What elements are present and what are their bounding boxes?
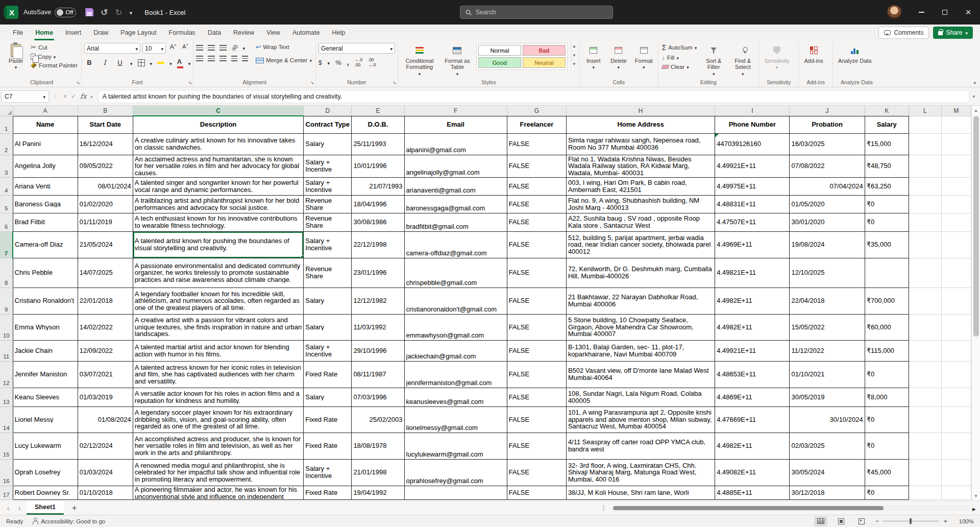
cell-L15[interactable] <box>909 433 941 459</box>
cell-style-neutral[interactable]: Neutral <box>523 57 566 68</box>
cell-K9[interactable]: ₹700,000 <box>865 288 909 314</box>
cell-M7[interactable] <box>941 231 971 258</box>
cell-F15[interactable]: lucylukewarm@gmail.com <box>404 433 507 459</box>
cell-K4[interactable]: ₹63,250 <box>865 177 909 195</box>
collapse-ribbon-icon[interactable] <box>973 80 976 85</box>
tab-file[interactable]: File <box>7 25 29 40</box>
share-button[interactable]: Share <box>933 27 973 39</box>
cell-D1[interactable]: Contract Type <box>304 116 352 133</box>
cell-I14[interactable]: 4.47669E+11 <box>715 406 790 433</box>
format-painter-button[interactable]: Format Painter <box>30 62 79 69</box>
cell-L3[interactable] <box>909 155 941 177</box>
cell-B14[interactable]: 01/08/2024 <box>78 406 133 433</box>
cell-H15[interactable]: 4/11 Seaspray off carter road OPP YMCA c… <box>566 433 715 459</box>
cell-L12[interactable] <box>909 361 941 388</box>
vertical-scroll-thumb[interactable] <box>973 116 979 337</box>
comments-button[interactable]: Comments <box>878 27 929 39</box>
cell-A13[interactable]: Keanu Sleeves <box>13 388 78 406</box>
cell-J13[interactable]: 30/05/2019 <box>790 388 865 406</box>
cell-B16[interactable]: 01/03/2024 <box>78 459 133 486</box>
chevron-down-icon[interactable] <box>150 58 153 67</box>
font-dialog-launcher[interactable] <box>188 80 192 85</box>
cell-A12[interactable]: Jennifer Maniston <box>13 361 78 388</box>
horizontal-scrollbar[interactable] <box>612 505 969 511</box>
gallery-down-icon[interactable]: ▼ <box>572 53 576 58</box>
cell-M16[interactable] <box>941 459 971 486</box>
cell-F6[interactable]: bradfitbit@gmail.com <box>404 213 507 231</box>
cell-M9[interactable] <box>941 288 971 314</box>
cell-G16[interactable]: FALSE <box>507 459 566 486</box>
format-as-table-button[interactable]: Format as Table <box>441 43 474 78</box>
cell-M13[interactable] <box>941 388 971 406</box>
column-header-A[interactable]: A <box>13 106 78 116</box>
cell-D14[interactable]: Fixed Rate <box>304 406 352 433</box>
cell-I4[interactable]: 4.49975E+11 <box>715 177 790 195</box>
cell-A15[interactable]: Lucy Lukewarm <box>13 433 78 459</box>
column-header-H[interactable]: H <box>566 106 715 116</box>
autosave-toggle[interactable]: AutoSave Off <box>23 8 76 17</box>
cell-B5[interactable]: 01/02/2020 <box>78 195 133 213</box>
cell-F10[interactable]: emmawhyson@gmail.com <box>404 314 507 340</box>
cell-L4[interactable] <box>909 177 941 195</box>
cell-A5[interactable]: Baroness Gaga <box>13 195 78 213</box>
copy-button[interactable]: Copy <box>30 53 79 60</box>
cell-K12[interactable]: ₹0 <box>865 361 909 388</box>
cell-B9[interactable]: 22/01/2018 <box>78 288 133 314</box>
cell-I11[interactable]: 4.49921E+11 <box>715 340 790 361</box>
cell-C9[interactable]: A legendary footballer known for his inc… <box>133 288 303 314</box>
cell-B11[interactable]: 12/09/2022 <box>78 340 133 361</box>
cell-D9[interactable]: Salary <box>304 288 352 314</box>
percent-style-icon[interactable] <box>335 58 341 67</box>
cell-J15[interactable]: 02/03/2025 <box>790 433 865 459</box>
cell-B1[interactable]: Start Date <box>78 116 133 133</box>
cell-C7[interactable]: A talented artist known for pushing the … <box>133 231 303 258</box>
tab-page-layout[interactable]: Page Layout <box>115 25 162 40</box>
cell-H12[interactable]: B502 Vasant view, off D'monte lane Malad… <box>566 361 715 388</box>
user-avatar[interactable] <box>887 5 901 19</box>
cell-A8[interactable]: Chris Pebble <box>13 258 78 288</box>
cell-H17[interactable]: 38/JJ, M Koli House, Shri ram lane, Worl… <box>566 486 715 499</box>
italic-button[interactable]: I <box>100 59 110 66</box>
sensitivity-button[interactable]: Sensitivity <box>762 43 792 71</box>
cell-I8[interactable]: 4.49821E+11 <box>715 258 790 288</box>
cell-J14[interactable]: 30/10/2024 <box>790 406 865 433</box>
tab-review[interactable]: Review <box>228 25 260 40</box>
chevron-down-icon[interactable] <box>130 58 133 67</box>
cell-B7[interactable]: 21/05/2024 <box>78 231 133 258</box>
cell-E11[interactable]: 29/10/1996 <box>352 340 404 361</box>
new-sheet-button[interactable]: + <box>67 504 82 513</box>
cell-M17[interactable] <box>941 486 971 499</box>
cell-F3[interactable]: angelinajolly@gmail.com <box>404 155 507 177</box>
row-header-7[interactable]: 7 <box>0 231 13 258</box>
cell-A14[interactable]: Lionel Messy <box>13 406 78 433</box>
cell-L6[interactable] <box>909 213 941 231</box>
cell-M4[interactable] <box>941 177 971 195</box>
row-header-15[interactable]: 15 <box>0 433 13 459</box>
cell-I2[interactable]: 447039126160 <box>715 133 790 155</box>
addins-button[interactable]: Add-ins <box>801 43 825 65</box>
delete-cells-button[interactable]: Delete <box>607 43 630 71</box>
decrease-font-icon[interactable]: A˅ <box>180 43 190 54</box>
increase-font-icon[interactable]: A˄ <box>168 43 178 54</box>
cell-I6[interactable]: 4.47507E+11 <box>715 213 790 231</box>
cell-D3[interactable]: Salary + Incentive <box>304 155 352 177</box>
column-header-E[interactable]: E <box>352 106 404 116</box>
fill-handle[interactable] <box>301 255 304 258</box>
cell-J16[interactable]: 30/05/2024 <box>790 459 865 486</box>
decrease-indent-icon[interactable] <box>231 56 237 61</box>
row-header-11[interactable]: 11 <box>0 340 13 361</box>
cell-E8[interactable]: 23/01/1996 <box>352 258 404 288</box>
cell-J12[interactable]: 01/10/2021 <box>790 361 865 388</box>
cell-E10[interactable]: 11/03/1992 <box>352 314 404 340</box>
enter-icon[interactable]: ✓ <box>71 93 76 100</box>
cell-H7[interactable]: 512, building 5, parijat apartment, jerb… <box>566 231 715 258</box>
cell-G8[interactable]: FALSE <box>507 258 566 288</box>
cell-M11[interactable] <box>941 340 971 361</box>
cell-E5[interactable]: 18/04/1996 <box>352 195 404 213</box>
cell-E12[interactable]: 08/11/1987 <box>352 361 404 388</box>
cell-B4[interactable]: 08/01/2024 <box>78 177 133 195</box>
cell-B10[interactable]: 14/02/2022 <box>78 314 133 340</box>
cell-F11[interactable]: jackiechain@gmail.com <box>404 340 507 361</box>
cell-L7[interactable] <box>909 231 941 258</box>
cell-J11[interactable]: 11/12/2022 <box>790 340 865 361</box>
